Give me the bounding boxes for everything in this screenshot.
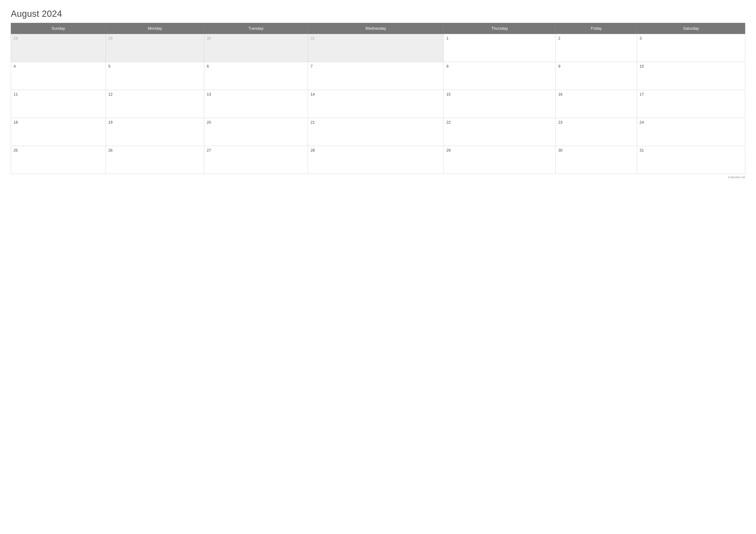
calendar-day-cell[interactable]: 28 (308, 146, 444, 174)
calendar-day-cell[interactable]: 17 (637, 90, 745, 118)
calendar-day-cell[interactable]: 24 (637, 118, 745, 146)
calendar-day-cell[interactable]: 16 (555, 90, 637, 118)
day-number: 31 (640, 148, 644, 153)
day-number: 3 (640, 36, 642, 40)
day-number: 15 (446, 92, 451, 96)
day-number: 22 (446, 120, 451, 124)
calendar-day-cell[interactable]: 4 (11, 62, 106, 90)
day-number: 20 (207, 120, 211, 124)
calendar-day-cell[interactable]: 29 (444, 146, 555, 174)
weekday-header-monday: Monday (106, 23, 204, 34)
calendar-day-cell[interactable]: 26 (106, 146, 204, 174)
calendar-day-cell[interactable]: 9 (555, 62, 637, 90)
weekday-header-wednesday: Wednesday (308, 23, 444, 34)
calendar-week-row: 18192021222324 (11, 118, 745, 146)
day-number: 6 (207, 64, 209, 68)
page-title: August 2024 (11, 9, 745, 19)
calendar-day-cell[interactable]: 8 (444, 62, 555, 90)
calendar-table: SundayMondayTuesdayWednesdayThursdayFrid… (11, 23, 745, 174)
day-number: 14 (310, 92, 315, 96)
calendar-day-cell[interactable]: 22 (444, 118, 555, 146)
calendar-week-row: 45678910 (11, 62, 745, 90)
day-number: 13 (207, 92, 211, 96)
weekday-header-sunday: Sunday (11, 23, 106, 34)
calendar-day-cell[interactable]: 30 (555, 146, 637, 174)
day-number: 8 (446, 64, 448, 68)
calendar-day-cell[interactable]: 11 (11, 90, 106, 118)
day-number: 25 (14, 148, 18, 153)
day-number: 29 (108, 36, 113, 40)
calendar-day-cell[interactable]: 15 (444, 90, 555, 118)
day-number: 19 (108, 120, 113, 124)
calendar-week-row: 25262728293031 (11, 146, 745, 174)
calendar-day-cell[interactable]: 30 (204, 34, 308, 62)
calendar-week-row: 11121314151617 (11, 90, 745, 118)
weekday-header-saturday: Saturday (637, 23, 745, 34)
day-number: 31 (310, 36, 315, 40)
day-number: 11 (14, 92, 18, 96)
calendar-day-cell[interactable]: 25 (11, 146, 106, 174)
calendar-day-cell[interactable]: 12 (106, 90, 204, 118)
calendar-day-cell[interactable]: 19 (106, 118, 204, 146)
calendar-day-cell[interactable]: 13 (204, 90, 308, 118)
day-number: 27 (207, 148, 211, 153)
calendar-day-cell[interactable]: 29 (106, 34, 204, 62)
day-number: 1 (446, 36, 448, 40)
day-number: 21 (310, 120, 315, 124)
calendar-day-cell[interactable]: 14 (308, 90, 444, 118)
day-number: 4 (14, 64, 16, 68)
calendar-day-cell[interactable]: 3 (637, 34, 745, 62)
calendar-day-cell[interactable]: 21 (308, 118, 444, 146)
day-number: 30 (207, 36, 211, 40)
calendar-day-cell[interactable]: 31 (637, 146, 745, 174)
calendar-day-cell[interactable]: 23 (555, 118, 637, 146)
day-number: 18 (14, 120, 18, 124)
day-number: 23 (558, 120, 562, 124)
day-number: 12 (108, 92, 113, 96)
calendar-day-cell[interactable]: 28 (11, 34, 106, 62)
weekday-header-tuesday: Tuesday (204, 23, 308, 34)
footer-credit: iCalendars.net (11, 176, 745, 179)
calendar-day-cell[interactable]: 18 (11, 118, 106, 146)
calendar-day-cell[interactable]: 7 (308, 62, 444, 90)
day-number: 17 (640, 92, 644, 96)
calendar-header-row: SundayMondayTuesdayWednesdayThursdayFrid… (11, 23, 745, 34)
day-number: 5 (108, 64, 111, 68)
day-number: 16 (558, 92, 562, 96)
day-number: 10 (640, 64, 644, 68)
calendar-day-cell[interactable]: 5 (106, 62, 204, 90)
day-number: 9 (558, 64, 560, 68)
day-number: 24 (640, 120, 644, 124)
weekday-header-friday: Friday (555, 23, 637, 34)
calendar-day-cell[interactable]: 6 (204, 62, 308, 90)
weekday-header-thursday: Thursday (444, 23, 555, 34)
calendar-day-cell[interactable]: 1 (444, 34, 555, 62)
day-number: 28 (310, 148, 315, 153)
calendar-day-cell[interactable]: 10 (637, 62, 745, 90)
calendar-week-row: 28293031123 (11, 34, 745, 62)
day-number: 7 (310, 64, 313, 68)
day-number: 29 (446, 148, 451, 153)
day-number: 26 (108, 148, 113, 153)
calendar-day-cell[interactable]: 31 (308, 34, 444, 62)
day-number: 2 (558, 36, 560, 40)
day-number: 28 (14, 36, 18, 40)
calendar-day-cell[interactable]: 20 (204, 118, 308, 146)
calendar-day-cell[interactable]: 27 (204, 146, 308, 174)
calendar-day-cell[interactable]: 2 (555, 34, 637, 62)
day-number: 30 (558, 148, 562, 153)
